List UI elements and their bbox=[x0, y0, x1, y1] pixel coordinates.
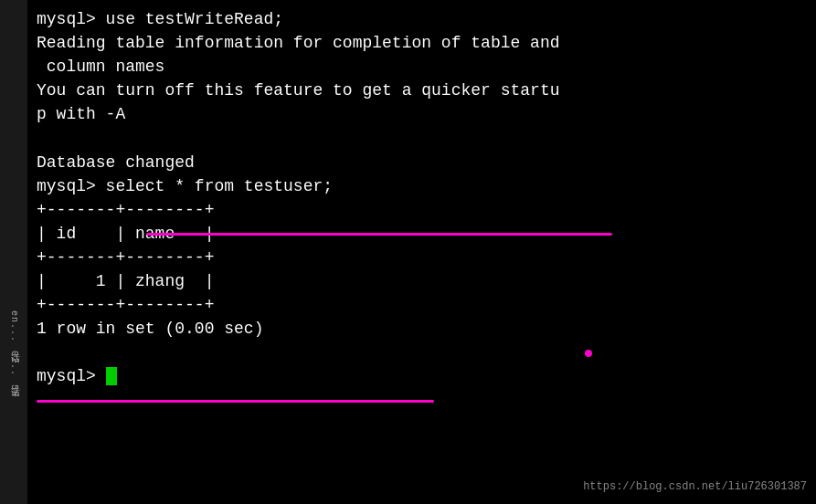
terminal-lines: mysql> use testWriteRead; Reading table … bbox=[37, 7, 807, 389]
sidebar: en... 话 02.. 话 5H bbox=[0, 0, 27, 504]
line-6 bbox=[37, 126, 807, 150]
line-15 bbox=[37, 341, 807, 364]
sidebar-label-4: 话 bbox=[7, 380, 21, 381]
line-16: mysql> bbox=[37, 364, 807, 388]
line-12: | 1 | zhang | bbox=[37, 269, 807, 293]
sidebar-label-3: 02.. bbox=[7, 351, 21, 376]
line-5: p with -A bbox=[37, 102, 807, 126]
line-11: +-------+--------+ bbox=[37, 246, 807, 269]
terminal-cursor bbox=[106, 367, 117, 385]
line-8: mysql> select * from testuser; bbox=[37, 174, 807, 198]
watermark: https://blog.csdn.net/liu726301387 bbox=[583, 479, 807, 495]
highlight-select-line bbox=[146, 233, 612, 236]
highlight-result-line bbox=[37, 400, 434, 403]
line-9: +-------+--------+ bbox=[37, 198, 807, 222]
line-2: Reading table information for completion… bbox=[37, 31, 807, 55]
terminal-window: mysql> use testWriteRead; Reading table … bbox=[27, 0, 816, 504]
sidebar-label-5: 5H bbox=[7, 384, 21, 397]
terminal-content: mysql> use testWriteRead; Reading table … bbox=[37, 7, 807, 389]
line-3: column names bbox=[37, 55, 807, 79]
line-13: +-------+--------+ bbox=[37, 293, 807, 317]
sidebar-label-2: 话 bbox=[7, 346, 21, 347]
line-7: Database changed bbox=[37, 151, 807, 174]
line-4: You can turn off this feature to get a q… bbox=[37, 79, 807, 102]
magenta-dot bbox=[585, 350, 592, 357]
line-14: 1 row in set (0.00 sec) bbox=[37, 317, 807, 341]
sidebar-label-1: en... bbox=[7, 310, 21, 342]
line-1: mysql> use testWriteRead; bbox=[37, 7, 807, 31]
